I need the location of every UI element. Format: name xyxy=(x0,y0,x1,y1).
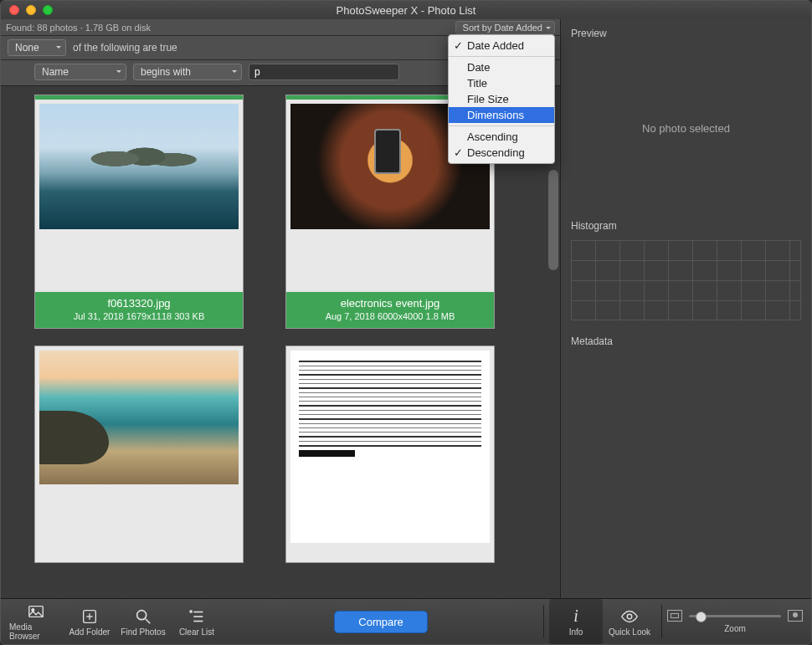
filter-op-select[interactable]: begins with xyxy=(133,64,242,80)
toolbar-label: Zoom xyxy=(724,624,746,633)
scrollbar-thumb[interactable] xyxy=(548,170,558,270)
photo-meta: Aug 7, 2018 6000x4000 1.8 MB xyxy=(290,310,491,323)
filter-field-select[interactable]: Name xyxy=(34,64,126,80)
sort-menu: Date Added Date Title File Size Dimensio… xyxy=(448,34,555,164)
zoom-out-icon[interactable] xyxy=(667,610,682,622)
sort-menu-date[interactable]: Date xyxy=(449,59,554,75)
toolbar-label: Quick Look xyxy=(609,627,650,637)
zoom-in-icon[interactable] xyxy=(788,610,803,622)
zoom-window-icon[interactable] xyxy=(43,5,53,15)
inspector-pane: Preview No photo selected Histogram Meta… xyxy=(560,19,811,598)
app-window: PhotoSweeper X - Photo List Found: 88 ph… xyxy=(0,0,812,645)
photo-thumbnail xyxy=(290,351,490,543)
clear-list-icon xyxy=(188,607,206,626)
filter-value-input[interactable] xyxy=(249,64,399,80)
close-icon[interactable] xyxy=(9,5,19,15)
info-icon: i xyxy=(567,607,585,626)
clear-list-button[interactable]: Clear List xyxy=(170,599,224,644)
sort-menu-ascending[interactable]: Ascending xyxy=(449,129,554,145)
toolbar-label: Clear List xyxy=(179,627,214,637)
photo-meta: Jul 31, 2018 1679x1118 303 KB xyxy=(39,310,239,323)
find-photos-button[interactable]: Find Photos xyxy=(116,599,170,644)
window-title: PhotoSweeper X - Photo List xyxy=(1,4,811,17)
add-folder-button[interactable]: Add Folder xyxy=(63,599,116,644)
minimize-icon[interactable] xyxy=(26,5,36,15)
sort-menu-title[interactable]: Title xyxy=(449,75,554,91)
photo-card[interactable] xyxy=(34,346,244,563)
sort-menu-dimensions[interactable]: Dimensions xyxy=(449,107,554,123)
svg-point-5 xyxy=(137,610,146,619)
info-button[interactable]: i Info xyxy=(549,599,603,644)
sort-menu-descending[interactable]: Descending xyxy=(449,145,554,161)
photo-thumbnail xyxy=(39,351,239,484)
filter-match-text: of the following are true xyxy=(73,42,177,54)
search-icon xyxy=(134,607,152,626)
compare-button[interactable]: Compare xyxy=(334,611,427,633)
status-bar: Found: 88 photos · 1.78 GB on disk Sort … xyxy=(1,19,560,36)
media-browser-icon xyxy=(27,602,45,621)
histogram-header: Histogram xyxy=(561,212,811,237)
sort-menu-date-added[interactable]: Date Added xyxy=(449,38,554,54)
photo-filename: electronics event.jpg xyxy=(290,296,491,311)
toolbar-label: Media Browser xyxy=(9,622,63,641)
photo-card[interactable]: f0613320.jpg Jul 31, 2018 1679x1118 303 … xyxy=(34,95,244,329)
media-browser-button[interactable]: Media Browser xyxy=(9,599,63,644)
bottom-toolbar: Media Browser Add Folder Find Photos Cle… xyxy=(1,598,811,644)
photo-thumbnail xyxy=(39,104,239,229)
titlebar: PhotoSweeper X - Photo List xyxy=(1,1,811,19)
toolbar-label: Find Photos xyxy=(121,627,165,637)
metadata-header: Metadata xyxy=(561,327,811,352)
sort-menu-file-size[interactable]: File Size xyxy=(449,91,554,107)
status-text: Found: 88 photos · 1.78 GB on disk xyxy=(6,23,151,33)
preview-placeholder: No photo selected xyxy=(642,122,730,135)
sort-button[interactable]: Sort by Date Added xyxy=(455,21,555,34)
svg-line-6 xyxy=(146,618,151,623)
zoom-control xyxy=(667,610,803,622)
filter-match-select[interactable]: None xyxy=(8,39,66,56)
toolbar-label: Add Folder xyxy=(69,627,110,637)
photo-filename: f0613320.jpg xyxy=(39,296,239,311)
main-pane: Found: 88 photos · 1.78 GB on disk Sort … xyxy=(1,19,560,598)
preview-area: No photo selected xyxy=(561,44,811,212)
photo-card[interactable] xyxy=(285,346,495,563)
quick-look-button[interactable]: Quick Look xyxy=(603,599,656,644)
svg-point-12 xyxy=(627,614,632,619)
zoom-slider[interactable] xyxy=(689,615,781,617)
window-controls xyxy=(1,5,53,15)
histogram-area xyxy=(571,240,801,320)
plus-icon xyxy=(80,607,99,626)
eye-icon xyxy=(620,607,639,626)
preview-header: Preview xyxy=(561,19,811,44)
toolbar-label: Info xyxy=(569,627,583,637)
